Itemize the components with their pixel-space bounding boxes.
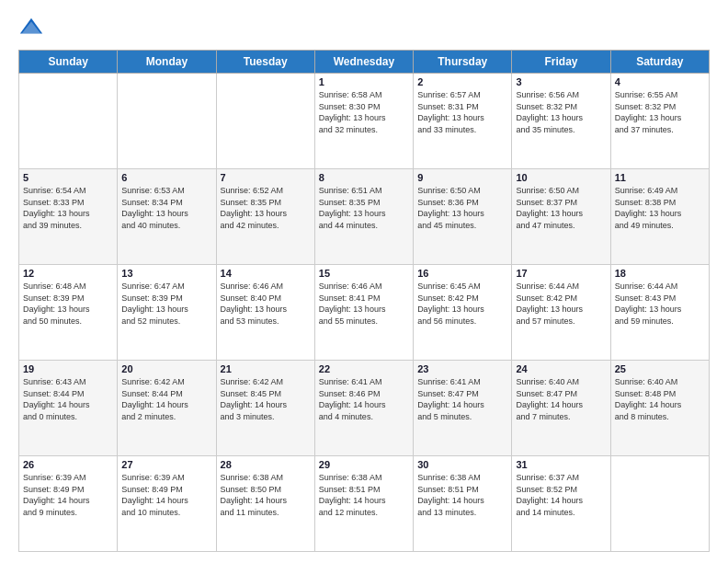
- day-of-week-header: Sunday: [19, 51, 118, 74]
- calendar-cell: 29Sunrise: 6:38 AM Sunset: 8:51 PM Dayli…: [314, 456, 413, 552]
- day-number: 21: [221, 363, 311, 374]
- day-number: 11: [615, 172, 705, 183]
- day-number: 15: [319, 268, 409, 279]
- day-number: 17: [516, 268, 606, 279]
- calendar-cell: 27Sunrise: 6:39 AM Sunset: 8:49 PM Dayli…: [118, 456, 216, 552]
- day-info: Sunrise: 6:55 AM Sunset: 8:32 PM Dayligh…: [615, 89, 705, 135]
- day-info: Sunrise: 6:52 AM Sunset: 8:35 PM Dayligh…: [221, 185, 311, 231]
- day-info: Sunrise: 6:43 AM Sunset: 8:44 PM Dayligh…: [23, 376, 113, 422]
- day-number: 29: [319, 459, 409, 470]
- day-info: Sunrise: 6:40 AM Sunset: 8:47 PM Dayligh…: [516, 376, 606, 422]
- logo-icon: [18, 15, 44, 40]
- calendar-cell: 26Sunrise: 6:39 AM Sunset: 8:49 PM Dayli…: [19, 456, 118, 552]
- day-number: 14: [221, 268, 311, 279]
- day-info: Sunrise: 6:46 AM Sunset: 8:40 PM Dayligh…: [221, 281, 311, 327]
- calendar-week-row: 26Sunrise: 6:39 AM Sunset: 8:49 PM Dayli…: [19, 456, 710, 552]
- day-of-week-header: Wednesday: [314, 51, 413, 74]
- day-of-week-header: Thursday: [414, 51, 512, 74]
- day-info: Sunrise: 6:38 AM Sunset: 8:50 PM Dayligh…: [221, 472, 311, 518]
- calendar-week-row: 5Sunrise: 6:54 AM Sunset: 8:33 PM Daylig…: [19, 169, 710, 265]
- calendar-cell: 24Sunrise: 6:40 AM Sunset: 8:47 PM Dayli…: [512, 361, 610, 456]
- day-info: Sunrise: 6:54 AM Sunset: 8:33 PM Dayligh…: [23, 185, 113, 231]
- day-number: 12: [23, 268, 113, 279]
- day-number: 19: [23, 363, 113, 374]
- day-number: 22: [319, 363, 409, 374]
- day-info: Sunrise: 6:42 AM Sunset: 8:45 PM Dayligh…: [221, 376, 311, 422]
- day-number: 23: [417, 363, 507, 374]
- header-row: SundayMondayTuesdayWednesdayThursdayFrid…: [19, 51, 710, 74]
- day-of-week-header: Saturday: [610, 51, 709, 74]
- day-number: 6: [121, 172, 211, 183]
- calendar-cell: 31Sunrise: 6:37 AM Sunset: 8:52 PM Dayli…: [512, 456, 610, 552]
- day-of-week-header: Monday: [118, 51, 216, 74]
- calendar-cell: 8Sunrise: 6:51 AM Sunset: 8:35 PM Daylig…: [314, 169, 413, 265]
- day-number: 1: [319, 76, 409, 87]
- calendar-cell: 4Sunrise: 6:55 AM Sunset: 8:32 PM Daylig…: [610, 74, 709, 169]
- calendar-cell: 17Sunrise: 6:44 AM Sunset: 8:42 PM Dayli…: [512, 265, 610, 361]
- header: [18, 15, 710, 40]
- calendar-cell: [19, 74, 118, 169]
- day-info: Sunrise: 6:57 AM Sunset: 8:31 PM Dayligh…: [417, 89, 507, 135]
- day-number: 26: [23, 459, 113, 470]
- calendar-cell: 7Sunrise: 6:52 AM Sunset: 8:35 PM Daylig…: [216, 169, 314, 265]
- day-number: 18: [615, 268, 705, 279]
- calendar-cell: 6Sunrise: 6:53 AM Sunset: 8:34 PM Daylig…: [118, 169, 216, 265]
- calendar-cell: [216, 74, 314, 169]
- day-info: Sunrise: 6:50 AM Sunset: 8:36 PM Dayligh…: [417, 185, 507, 231]
- day-info: Sunrise: 6:38 AM Sunset: 8:51 PM Dayligh…: [319, 472, 409, 518]
- day-info: Sunrise: 6:44 AM Sunset: 8:43 PM Dayligh…: [615, 281, 705, 327]
- day-number: 13: [121, 268, 211, 279]
- day-info: Sunrise: 6:38 AM Sunset: 8:51 PM Dayligh…: [417, 472, 507, 518]
- calendar-week-row: 1Sunrise: 6:58 AM Sunset: 8:30 PM Daylig…: [19, 74, 710, 169]
- day-number: 30: [417, 459, 507, 470]
- day-info: Sunrise: 6:50 AM Sunset: 8:37 PM Dayligh…: [516, 185, 606, 231]
- calendar-week-row: 12Sunrise: 6:48 AM Sunset: 8:39 PM Dayli…: [19, 265, 710, 361]
- calendar-cell: 9Sunrise: 6:50 AM Sunset: 8:36 PM Daylig…: [414, 169, 512, 265]
- day-number: 10: [516, 172, 606, 183]
- day-number: 27: [121, 459, 211, 470]
- day-info: Sunrise: 6:45 AM Sunset: 8:42 PM Dayligh…: [417, 281, 507, 327]
- day-info: Sunrise: 6:44 AM Sunset: 8:42 PM Dayligh…: [516, 281, 606, 327]
- day-info: Sunrise: 6:49 AM Sunset: 8:38 PM Dayligh…: [615, 185, 705, 231]
- calendar-cell: 12Sunrise: 6:48 AM Sunset: 8:39 PM Dayli…: [19, 265, 118, 361]
- day-number: 8: [319, 172, 409, 183]
- calendar-cell: [610, 456, 709, 552]
- day-number: 28: [221, 459, 311, 470]
- calendar-page: SundayMondayTuesdayWednesdayThursdayFrid…: [0, 0, 728, 563]
- calendar-cell: 18Sunrise: 6:44 AM Sunset: 8:43 PM Dayli…: [610, 265, 709, 361]
- day-info: Sunrise: 6:51 AM Sunset: 8:35 PM Dayligh…: [319, 185, 409, 231]
- calendar-cell: 30Sunrise: 6:38 AM Sunset: 8:51 PM Dayli…: [414, 456, 512, 552]
- calendar-cell: 1Sunrise: 6:58 AM Sunset: 8:30 PM Daylig…: [314, 74, 413, 169]
- day-info: Sunrise: 6:41 AM Sunset: 8:47 PM Dayligh…: [417, 376, 507, 422]
- logo: [18, 15, 48, 40]
- day-info: Sunrise: 6:58 AM Sunset: 8:30 PM Dayligh…: [319, 89, 409, 135]
- calendar-cell: 13Sunrise: 6:47 AM Sunset: 8:39 PM Dayli…: [118, 265, 216, 361]
- calendar-cell: 5Sunrise: 6:54 AM Sunset: 8:33 PM Daylig…: [19, 169, 118, 265]
- day-info: Sunrise: 6:42 AM Sunset: 8:44 PM Dayligh…: [121, 376, 211, 422]
- calendar-cell: 21Sunrise: 6:42 AM Sunset: 8:45 PM Dayli…: [216, 361, 314, 456]
- day-number: 24: [516, 363, 606, 374]
- calendar-cell: 10Sunrise: 6:50 AM Sunset: 8:37 PM Dayli…: [512, 169, 610, 265]
- day-number: 31: [516, 459, 606, 470]
- day-of-week-header: Friday: [512, 51, 610, 74]
- calendar-cell: 3Sunrise: 6:56 AM Sunset: 8:32 PM Daylig…: [512, 74, 610, 169]
- calendar-cell: 16Sunrise: 6:45 AM Sunset: 8:42 PM Dayli…: [414, 265, 512, 361]
- day-info: Sunrise: 6:41 AM Sunset: 8:46 PM Dayligh…: [319, 376, 409, 422]
- day-info: Sunrise: 6:40 AM Sunset: 8:48 PM Dayligh…: [615, 376, 705, 422]
- day-info: Sunrise: 6:47 AM Sunset: 8:39 PM Dayligh…: [121, 281, 211, 327]
- day-info: Sunrise: 6:46 AM Sunset: 8:41 PM Dayligh…: [319, 281, 409, 327]
- calendar-cell: 11Sunrise: 6:49 AM Sunset: 8:38 PM Dayli…: [610, 169, 709, 265]
- day-number: 3: [516, 76, 606, 87]
- day-info: Sunrise: 6:39 AM Sunset: 8:49 PM Dayligh…: [23, 472, 113, 518]
- calendar-cell: 20Sunrise: 6:42 AM Sunset: 8:44 PM Dayli…: [118, 361, 216, 456]
- calendar-cell: 23Sunrise: 6:41 AM Sunset: 8:47 PM Dayli…: [414, 361, 512, 456]
- day-of-week-header: Tuesday: [216, 51, 314, 74]
- day-number: 7: [221, 172, 311, 183]
- day-info: Sunrise: 6:37 AM Sunset: 8:52 PM Dayligh…: [516, 472, 606, 518]
- calendar-week-row: 19Sunrise: 6:43 AM Sunset: 8:44 PM Dayli…: [19, 361, 710, 456]
- day-number: 25: [615, 363, 705, 374]
- calendar-cell: 19Sunrise: 6:43 AM Sunset: 8:44 PM Dayli…: [19, 361, 118, 456]
- calendar-cell: 25Sunrise: 6:40 AM Sunset: 8:48 PM Dayli…: [610, 361, 709, 456]
- day-info: Sunrise: 6:39 AM Sunset: 8:49 PM Dayligh…: [121, 472, 211, 518]
- day-number: 2: [417, 76, 507, 87]
